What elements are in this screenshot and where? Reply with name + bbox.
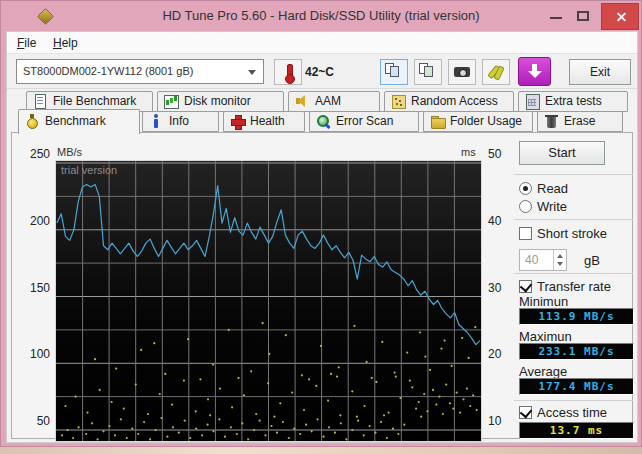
- exit-button[interactable]: Exit: [569, 59, 631, 85]
- tab-label: Random Access: [411, 94, 498, 108]
- separator: [514, 400, 633, 401]
- tab-erase[interactable]: Erase: [537, 111, 623, 132]
- average-label: Average: [519, 364, 567, 379]
- copy-text-button[interactable]: [414, 59, 442, 85]
- tab-folder-usage[interactable]: Folder Usage: [423, 111, 533, 132]
- chart-canvas: [56, 161, 481, 441]
- short-stroke-size-value: 40: [525, 253, 538, 267]
- benchmark-chart: trial version: [55, 160, 482, 442]
- separator: [514, 174, 633, 175]
- tab-label: Folder Usage: [450, 114, 522, 128]
- right-axis-unit: ms: [461, 146, 476, 158]
- close-button[interactable]: [601, 3, 639, 30]
- short-stroke-label: Short stroke: [537, 226, 607, 241]
- transfer-rate-checkbox[interactable]: [519, 280, 532, 293]
- tab-extra-tests[interactable]: Extra tests: [518, 91, 628, 112]
- tab-label: Info: [169, 114, 189, 128]
- window-title: HD Tune Pro 5.60 - Hard Disk/SSD Utility…: [1, 8, 641, 23]
- monitor-chart-icon: [164, 94, 179, 108]
- tab-health[interactable]: Health: [223, 111, 305, 132]
- menu-file[interactable]: File: [13, 36, 40, 50]
- info-icon: [149, 114, 164, 128]
- trash-icon: [544, 114, 559, 128]
- read-label: Read: [537, 181, 568, 196]
- short-stroke-checkbox[interactable]: [519, 227, 532, 240]
- maximize-icon[interactable]: [577, 11, 589, 21]
- tab-label: Benchmark: [45, 114, 106, 128]
- magnifier-icon: [316, 114, 331, 128]
- left-axis-unit: MB/s: [57, 146, 82, 158]
- trial-watermark: trial version: [61, 164, 117, 176]
- tab-label: Health: [250, 114, 285, 128]
- maximum-label: Maximun: [519, 329, 572, 344]
- tab-label: Extra tests: [545, 94, 602, 108]
- dice-icon: [391, 94, 406, 108]
- tab-label: Error Scan: [336, 114, 393, 128]
- drive-selector[interactable]: ST8000DM002-1YW112 (8001 gB): [16, 59, 264, 84]
- app-window: HD Tune Pro 5.60 - Hard Disk/SSD Utility…: [0, 0, 642, 447]
- chevron-down-icon: [248, 70, 256, 75]
- thermometer-icon: [284, 64, 294, 82]
- start-button[interactable]: Start: [519, 141, 605, 165]
- temperature-button[interactable]: [274, 59, 302, 85]
- screenshot-button[interactable]: [448, 59, 476, 85]
- app-client-area: File Help ST8000DM002-1YW112 (8001 gB) 4…: [6, 31, 638, 443]
- options-button[interactable]: [482, 59, 510, 85]
- speaker-icon: [295, 94, 310, 108]
- stopwatch-icon: [25, 114, 40, 128]
- short-stroke-unit: gB: [584, 253, 600, 268]
- tab-label: AAM: [315, 94, 341, 108]
- separator: [514, 273, 633, 274]
- benchmark-page: MB/s ms 250 200 150 100 50 50 40 30 20 1…: [11, 132, 633, 439]
- left-axis-ticks: 250 200 150 100 50: [24, 153, 52, 435]
- calculator-icon: [525, 94, 540, 108]
- titlebar: HD Tune Pro 5.60 - Hard Disk/SSD Utility…: [1, 1, 641, 31]
- minimum-label: Minimun: [519, 294, 568, 309]
- tab-info[interactable]: Info: [142, 111, 219, 132]
- tab-error-scan[interactable]: Error Scan: [309, 111, 419, 132]
- menu-help[interactable]: Help: [49, 36, 82, 50]
- update-download-button[interactable]: [518, 57, 551, 86]
- drive-selector-value: ST8000DM002-1YW112 (8001 gB): [23, 65, 193, 77]
- write-label: Write: [537, 199, 567, 214]
- menu-bar: File Help: [7, 32, 637, 54]
- read-radio[interactable]: [519, 182, 532, 195]
- health-cross-icon: [230, 114, 245, 128]
- spinner-arrows-icon[interactable]: [553, 250, 566, 270]
- minimum-value: 113.9 MB/s: [519, 308, 634, 325]
- tab-benchmark[interactable]: Benchmark: [18, 109, 140, 134]
- tab-aam[interactable]: AAM: [288, 91, 380, 112]
- minimize-icon[interactable]: [550, 17, 562, 19]
- right-axis-ticks: 50 40 30 20 10: [486, 153, 512, 435]
- tab-label: File Benchmark: [53, 94, 136, 108]
- temperature-value: 42~C: [305, 65, 334, 79]
- toolbar: ST8000DM002-1YW112 (8001 gB) 42~C: [7, 55, 637, 89]
- separator: [514, 219, 633, 220]
- access-time-checkbox[interactable]: [519, 406, 532, 419]
- short-stroke-size-spinner[interactable]: 40: [519, 249, 567, 271]
- folder-icon: [430, 114, 445, 128]
- write-radio[interactable]: [519, 200, 532, 213]
- tab-label: Erase: [564, 114, 595, 128]
- tab-random-access[interactable]: Random Access: [384, 91, 514, 112]
- document-icon: [33, 94, 48, 108]
- copy-image-button[interactable]: [380, 59, 408, 85]
- maximum-value: 233.1 MB/s: [519, 343, 634, 360]
- average-value: 177.4 MB/s: [519, 378, 634, 395]
- access-time-label: Access time: [537, 405, 607, 420]
- tab-disk-monitor[interactable]: Disk monitor: [157, 91, 284, 112]
- transfer-rate-label: Transfer rate: [537, 279, 611, 294]
- access-time-value: 13.7 ms: [519, 422, 634, 439]
- tab-label: Disk monitor: [184, 94, 251, 108]
